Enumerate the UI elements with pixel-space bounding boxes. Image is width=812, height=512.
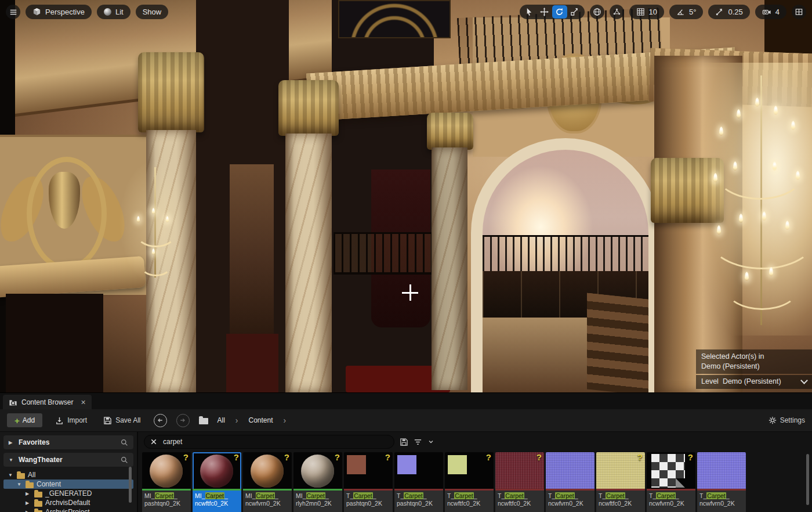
full-preview bbox=[697, 452, 746, 489]
scene-center-railing bbox=[334, 232, 432, 275]
asset-thumbnail bbox=[697, 452, 746, 491]
chevron-right-icon[interactable]: ▶ bbox=[26, 500, 31, 506]
globe-icon bbox=[593, 8, 601, 16]
rotation-snap-button[interactable]: 5° bbox=[669, 5, 703, 19]
asset-tile[interactable]: ?MI_Carpet_rlyh2mn0_2K bbox=[293, 452, 342, 512]
asset-thumbnail: ? bbox=[445, 452, 494, 491]
asset-tile[interactable]: ?T_Carpet_ncwftfc0_2K bbox=[445, 452, 494, 512]
move-tool-button[interactable] bbox=[537, 5, 552, 19]
tab-title: Content Browser bbox=[21, 398, 73, 406]
asset-tile[interactable]: ?MI_Carpet_ncwfvrn0_2K bbox=[243, 452, 292, 512]
add-button[interactable]: + Add bbox=[7, 413, 42, 427]
asset-tile[interactable]: ?T_Carpet_pashtqn0_2K bbox=[344, 452, 393, 512]
asset-tile[interactable]: ?T_Carpet_ncwftfc0_2K bbox=[596, 452, 645, 512]
surface-snapping-button[interactable] bbox=[610, 5, 624, 19]
chevron-down-icon[interactable] bbox=[800, 377, 808, 384]
asset-tile[interactable]: T_Carpet_ncwfvrn0_2K bbox=[546, 452, 594, 512]
scene-stairs bbox=[587, 293, 648, 392]
material-type-bar bbox=[243, 489, 292, 491]
sidebar-scrollbar[interactable] bbox=[129, 467, 132, 503]
question-mark-badge: ? bbox=[688, 452, 693, 462]
show-button[interactable]: Show bbox=[136, 5, 169, 19]
tree-item-archvisdefault[interactable]: ▶ArchvisDefault bbox=[3, 498, 133, 507]
chevron-right-icon[interactable]: ▶ bbox=[26, 491, 31, 496]
chevron-right-icon[interactable]: ▶ bbox=[9, 440, 14, 445]
viewport-3d[interactable]: Perspective Lit Show bbox=[0, 0, 812, 392]
question-mark-badge: ? bbox=[385, 452, 390, 462]
scale-snap-button[interactable]: 0.25 bbox=[708, 5, 749, 19]
sphere-preview bbox=[251, 455, 284, 488]
sphere-preview bbox=[150, 455, 183, 488]
viewport-menu-button[interactable] bbox=[6, 5, 20, 19]
asset-name: T_Carpet_ncwftfc0_2K bbox=[445, 491, 494, 512]
asset-tile[interactable]: ?T_Carpet_ncwfvrn0_2K bbox=[647, 452, 695, 512]
breadcrumb-root[interactable]: All bbox=[217, 416, 225, 424]
project-section-header[interactable]: ▼ WangTheater bbox=[3, 453, 133, 467]
asset-grid-scrollbar[interactable] bbox=[806, 454, 809, 505]
tree-item-content[interactable]: ▼Content bbox=[3, 479, 133, 489]
lit-sphere-icon bbox=[104, 8, 111, 16]
level-selector[interactable]: Level Demo (Persistent) bbox=[696, 375, 812, 389]
arrow-left-icon bbox=[157, 417, 164, 424]
plus-icon: + bbox=[14, 416, 20, 425]
select-tool-button[interactable] bbox=[522, 5, 537, 19]
asset-tile[interactable]: ?MI_Carpet_pashtqn0_2K bbox=[142, 452, 191, 512]
save-all-button[interactable]: Save All bbox=[100, 416, 144, 426]
grid-snap-value: 10 bbox=[649, 8, 657, 16]
camera-speed-button[interactable]: 4 bbox=[755, 5, 786, 19]
sphere-preview bbox=[301, 455, 334, 488]
square-preview bbox=[448, 455, 467, 474]
chevron-down-icon[interactable]: ▼ bbox=[17, 482, 23, 487]
lit-mode-button[interactable]: Lit bbox=[97, 5, 130, 19]
asset-thumbnail: ? bbox=[596, 452, 645, 491]
asset-grid: ?MI_Carpet_pashtqn0_2K?MI_Carpet_ncwftfc… bbox=[138, 451, 812, 512]
sphere-preview bbox=[200, 455, 233, 488]
save-icon bbox=[103, 416, 112, 425]
import-icon bbox=[55, 416, 64, 425]
back-button[interactable] bbox=[154, 414, 167, 427]
search-input[interactable] bbox=[162, 437, 388, 446]
asset-thumbnail: ? bbox=[243, 452, 292, 491]
import-button[interactable]: Import bbox=[52, 416, 90, 426]
question-mark-badge: ? bbox=[335, 452, 340, 462]
asset-tile[interactable]: T_Carpet_pashtqn0_2K bbox=[394, 452, 443, 512]
viewport-layout-button[interactable] bbox=[792, 5, 806, 19]
camera-icon bbox=[762, 8, 771, 16]
clear-search-icon[interactable] bbox=[150, 438, 157, 445]
tree-item-archvisproject[interactable]: ▶ArchvisProject bbox=[3, 507, 133, 512]
asset-tile[interactable]: ?MI_Carpet_ncwftfc0_2K bbox=[193, 452, 241, 512]
favorites-section-header[interactable]: ▶ Favorites bbox=[3, 435, 133, 449]
asset-name: T_Carpet_ncwftfc0_2K bbox=[596, 491, 645, 512]
chevron-down-icon[interactable]: ▼ bbox=[8, 473, 14, 478]
texture-type-bar bbox=[697, 489, 746, 491]
project-label: WangTheater bbox=[19, 456, 63, 464]
search-icon[interactable] bbox=[121, 456, 128, 464]
viewport-toolbar-left: Perspective Lit Show bbox=[6, 5, 168, 19]
search-icon[interactable] bbox=[121, 439, 128, 446]
settings-button[interactable]: Settings bbox=[768, 416, 805, 424]
scene-balcony-railing bbox=[483, 235, 648, 275]
world-local-space-button[interactable] bbox=[590, 5, 604, 19]
scene-hallway bbox=[230, 164, 274, 334]
save-search-icon[interactable] bbox=[400, 438, 408, 446]
asset-tile[interactable]: T_Carpet_ncwfvrn0_2K bbox=[697, 452, 746, 512]
scale-icon bbox=[570, 8, 579, 16]
rotate-tool-button[interactable] bbox=[552, 5, 567, 19]
tree-item-all[interactable]: ▼All bbox=[3, 470, 133, 479]
filter-icon[interactable] bbox=[414, 438, 422, 446]
chevron-right-icon[interactable]: ▶ bbox=[26, 510, 31, 512]
forward-button[interactable] bbox=[176, 414, 190, 427]
asset-tile[interactable]: ?T_Carpet_ncwftfc0_2K bbox=[495, 452, 544, 512]
filter-chevron-icon[interactable] bbox=[427, 438, 434, 445]
chevron-down-icon[interactable]: ▼ bbox=[9, 457, 14, 463]
search-assets-field[interactable] bbox=[144, 435, 394, 449]
breadcrumb-current[interactable]: Content bbox=[249, 416, 273, 424]
perspective-button[interactable]: Perspective bbox=[26, 5, 92, 19]
scene-hall-stairs bbox=[226, 334, 278, 392]
content-browser-tab[interactable]: Content Browser × bbox=[3, 395, 92, 409]
scale-tool-button[interactable] bbox=[567, 5, 582, 19]
grid-snap-button[interactable]: 10 bbox=[629, 5, 664, 19]
tree-item-_generated[interactable]: ▶_GENERATED bbox=[3, 489, 133, 498]
close-tab-icon[interactable]: × bbox=[81, 398, 85, 407]
question-mark-badge: ? bbox=[183, 452, 188, 462]
